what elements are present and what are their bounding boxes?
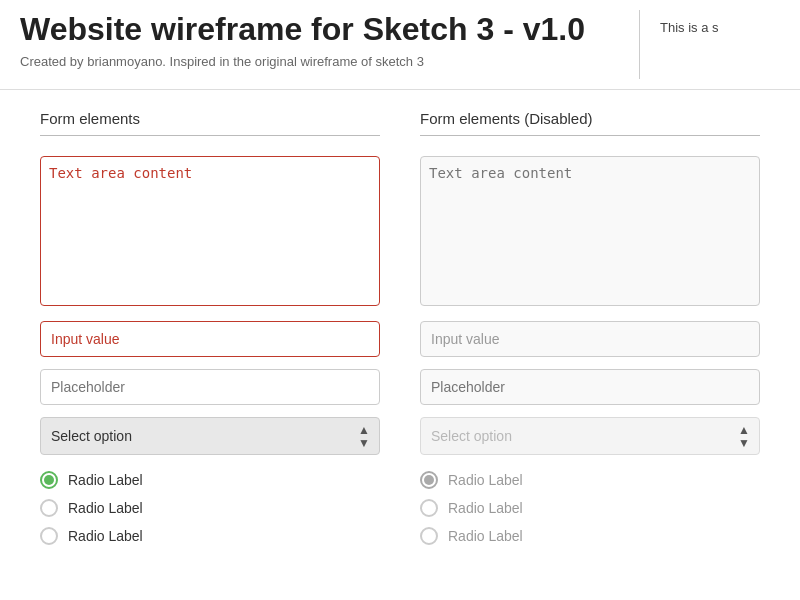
left-select[interactable]: Select option Option 1 Option 2 Option 3 [40,417,380,455]
main-content: Form elements Text area content Select o… [0,90,800,575]
right-input-placeholder [420,369,760,405]
right-column-divider [420,135,760,136]
left-textarea[interactable]: Text area content [40,156,380,306]
header-divider [639,10,640,79]
right-radio-3-label: Radio Label [448,528,523,544]
right-textarea [420,156,760,306]
left-radio-2-label: Radio Label [68,500,143,516]
left-input-value[interactable] [40,321,380,357]
left-radio-1-icon [40,471,58,489]
left-radio-item-2[interactable]: Radio Label [40,499,380,517]
page-subtitle: Created by brianmoyano. Inspired in the … [20,54,619,69]
left-radio-group: Radio Label Radio Label Radio Label [40,471,380,545]
header-left: Website wireframe for Sketch 3 - v1.0 Cr… [20,10,619,79]
left-input-placeholder[interactable] [40,369,380,405]
page-title: Website wireframe for Sketch 3 - v1.0 [20,10,619,48]
right-input-placeholder-group [420,369,760,405]
page-header: Website wireframe for Sketch 3 - v1.0 Cr… [0,0,800,90]
right-radio-item-2: Radio Label [420,499,760,517]
left-radio-3-label: Radio Label [68,528,143,544]
header-right-text: This is a s [660,10,780,79]
right-textarea-group [420,156,760,309]
right-radio-1-label: Radio Label [448,472,523,488]
left-column-divider [40,135,380,136]
right-input-value [420,321,760,357]
right-input-value-group [420,321,760,357]
right-radio-item-3: Radio Label [420,527,760,545]
left-input-value-group [40,321,380,357]
left-radio-3-icon [40,527,58,545]
right-radio-group: Radio Label Radio Label Radio Label [420,471,760,545]
left-radio-1-label: Radio Label [68,472,143,488]
left-radio-2-icon [40,499,58,517]
right-column-title: Form elements (Disabled) [420,110,760,127]
left-input-placeholder-group [40,369,380,405]
right-radio-1-icon [420,471,438,489]
right-radio-2-icon [420,499,438,517]
left-textarea-group: Text area content [40,156,380,309]
right-radio-item-1: Radio Label [420,471,760,489]
left-radio-item-1[interactable]: Radio Label [40,471,380,489]
right-radio-2-label: Radio Label [448,500,523,516]
left-column-title: Form elements [40,110,380,127]
right-radio-3-icon [420,527,438,545]
left-column: Form elements Text area content Select o… [40,110,380,555]
right-select: Select option [420,417,760,455]
right-select-group: Select option ▲ ▼ [420,417,760,455]
right-column: Form elements (Disabled) Select option ▲… [420,110,760,555]
left-radio-item-3[interactable]: Radio Label [40,527,380,545]
left-select-group: Select option Option 1 Option 2 Option 3… [40,417,380,455]
